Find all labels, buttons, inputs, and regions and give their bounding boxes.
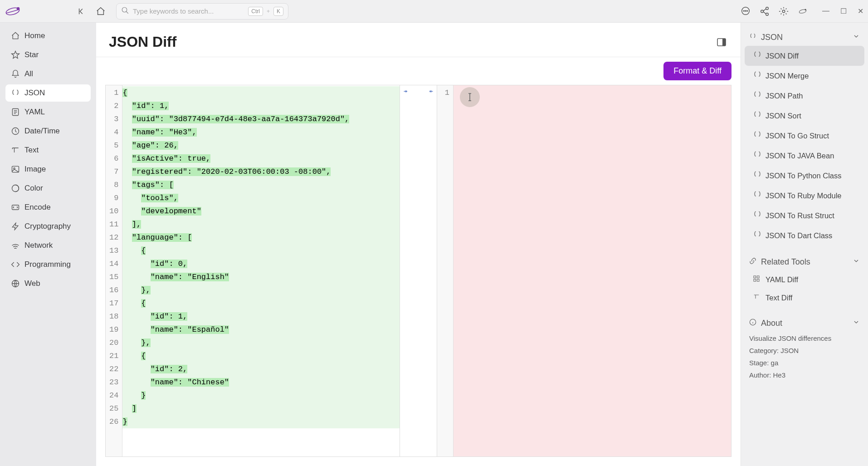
rb-item-label: JSON To Dart Class [766, 231, 832, 240]
sidebar-item-encode[interactable]: Encode [5, 199, 91, 216]
text2-icon [753, 293, 761, 302]
svg-rect-25 [757, 279, 759, 281]
push-left-icon[interactable]: ↞ [429, 87, 433, 455]
sidebar-item-label: Color [24, 184, 43, 193]
chevron-down-icon [853, 33, 860, 42]
sidebar-item-json[interactable]: JSON [5, 84, 91, 102]
json-icon [753, 50, 761, 61]
main-header: JSON Diff [96, 23, 741, 57]
gear-icon[interactable] [779, 6, 789, 16]
sidebar-item-date-time[interactable]: Date/Time [5, 123, 91, 140]
rb-item-label: JSON To Go Struct [766, 132, 829, 140]
svg-point-12 [805, 9, 806, 10]
json-section: JSON JSON DiffJSON MergeJSON PathJSON So… [741, 29, 868, 245]
crypto-icon [11, 222, 20, 231]
sidebar-item-star[interactable]: Star [5, 46, 91, 64]
json-tool-json-sort[interactable]: JSON Sort [745, 106, 864, 126]
app-icon[interactable] [798, 6, 808, 16]
about-section-label: About [761, 319, 782, 328]
rb-item-label: JSON To Rust Struct [766, 211, 834, 220]
sidebar-item-image[interactable]: Image [5, 161, 91, 178]
svg-rect-21 [722, 39, 726, 46]
right-panel: JSON JSON DiffJSON MergeJSON PathJSON So… [741, 23, 868, 466]
sidebar-item-label: Programming [24, 260, 71, 269]
sidebar-item-network[interactable]: Network [5, 237, 91, 254]
minimize-button[interactable]: — [822, 7, 829, 15]
panel-toggle[interactable] [715, 36, 728, 49]
yaml-icon [11, 108, 20, 117]
sidebar-item-web[interactable]: Web [5, 275, 91, 292]
svg-rect-22 [754, 276, 756, 278]
home-button[interactable] [94, 5, 107, 18]
topbar: Ctrl + K — ☐ ✕ [0, 0, 868, 23]
sidebar-item-label: Image [24, 165, 46, 174]
json-tool-json-to-dart-class[interactable]: JSON To Dart Class [745, 226, 864, 245]
rb-item-label: YAML Diff [766, 275, 798, 284]
sidebar-item-text[interactable]: Text [5, 142, 91, 159]
search-input[interactable] [133, 7, 244, 15]
sidebar-item-home[interactable]: Home [5, 27, 91, 44]
maximize-button[interactable]: ☐ [840, 7, 847, 15]
right-code[interactable] [454, 85, 731, 456]
sidebar: HomeStarAllJSONYAMLDate/TimeTextImageCol… [0, 23, 96, 466]
json-icon [749, 33, 756, 42]
rb-item-label: Text Diff [766, 294, 792, 302]
home-icon [11, 31, 20, 40]
left-code[interactable]: { "id": 1, "uuid": "3d877494-e7d4-48e3-a… [122, 85, 400, 456]
chevron-down-icon [853, 319, 860, 328]
search-icon [121, 6, 129, 16]
sidebar-item-yaml[interactable]: YAML [5, 103, 91, 121]
svg-point-5 [745, 10, 746, 11]
related-section: Related Tools YAML DiffText Diff [741, 254, 868, 307]
about-section: About Visualize JSON differences Categor… [741, 315, 868, 382]
sidebar-item-all[interactable]: All [5, 65, 91, 83]
sidebar-item-label: Web [24, 279, 40, 288]
json-tool-json-to-ruby-module[interactable]: JSON To Ruby Module [745, 186, 864, 206]
close-button[interactable]: ✕ [858, 7, 863, 15]
cursor-indicator [460, 87, 480, 107]
json-tool-json-to-java-bean[interactable]: JSON To JAVA Bean [745, 146, 864, 166]
chat-icon[interactable] [741, 6, 751, 16]
sidebar-collapse-button[interactable] [75, 5, 88, 18]
share-icon[interactable] [760, 6, 770, 16]
search-box[interactable]: Ctrl + K [116, 3, 288, 20]
right-editor-pane[interactable]: 1 [437, 85, 731, 456]
push-right-icon[interactable]: ↠ [404, 87, 407, 455]
sidebar-item-label: Star [24, 50, 39, 59]
about-section-header[interactable]: About [741, 315, 868, 332]
related-tool-text-diff[interactable]: Text Diff [745, 289, 864, 307]
action-row: Format & Diff [96, 57, 741, 85]
related-tool-yaml-diff[interactable]: YAML Diff [745, 270, 864, 289]
bell-icon [11, 69, 20, 78]
json-icon [753, 230, 761, 241]
json-tool-json-path[interactable]: JSON Path [745, 86, 864, 106]
json-section-header[interactable]: JSON [741, 29, 868, 46]
kbd-plus: + [267, 8, 270, 15]
json-tool-json-to-rust-struct[interactable]: JSON To Rust Struct [745, 206, 864, 226]
json-icon [753, 110, 761, 121]
svg-point-7 [761, 10, 764, 13]
sidebar-item-programming[interactable]: Programming [5, 256, 91, 273]
json-tool-json-to-go-struct[interactable]: JSON To Go Struct [745, 126, 864, 146]
format-diff-button[interactable]: Format & Diff [663, 62, 731, 80]
main-content: JSON Diff Format & Diff 1234567891011121… [96, 23, 741, 466]
svg-rect-24 [754, 279, 756, 281]
diff-nav: ↠ ↞ [400, 85, 437, 456]
json-tool-json-merge[interactable]: JSON Merge [745, 66, 864, 86]
json-tool-json-diff[interactable]: JSON Diff [745, 46, 864, 66]
sidebar-item-color[interactable]: Color [5, 180, 91, 197]
json-tool-json-to-python-class[interactable]: JSON To Python Class [745, 166, 864, 186]
about-stage: Stage: ga [749, 359, 860, 367]
json-icon [753, 130, 761, 141]
rb-item-label: JSON To JAVA Bean [766, 152, 834, 160]
window-controls: — ☐ ✕ [822, 7, 863, 15]
related-section-label: Related Tools [761, 257, 810, 267]
sidebar-item-cryptography[interactable]: Cryptography [5, 218, 91, 235]
rb-item-label: JSON Merge [766, 72, 809, 80]
related-section-header[interactable]: Related Tools [741, 254, 868, 270]
about-author: Author: He3 [749, 371, 860, 379]
image-icon [11, 165, 20, 174]
left-editor-pane[interactable]: 1234567891011121314151617181920212223242… [106, 85, 400, 456]
svg-rect-23 [757, 276, 759, 278]
diff-area: 1234567891011121314151617181920212223242… [96, 85, 741, 466]
